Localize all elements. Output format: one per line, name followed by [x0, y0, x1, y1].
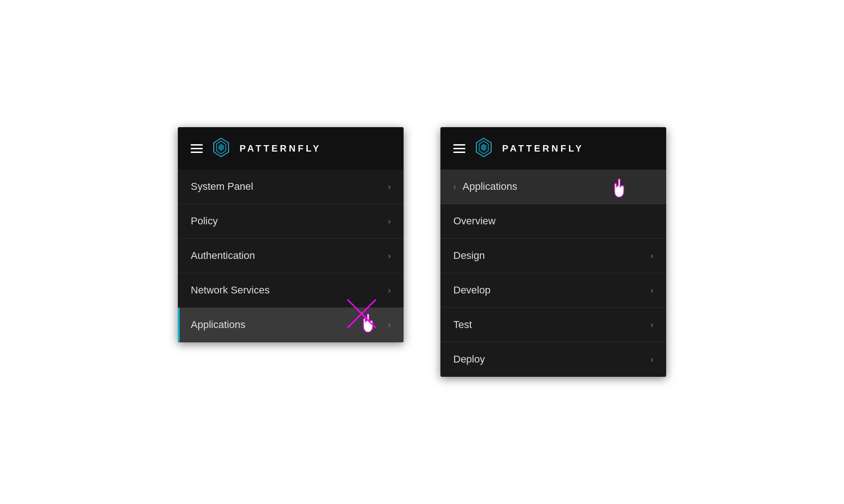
- chevron-right-icon: ›: [651, 355, 653, 364]
- sub-nav-item-design[interactable]: Design ›: [440, 239, 666, 273]
- nav-item-applications-label: Applications: [191, 319, 246, 331]
- sub-nav-item-overview[interactable]: Overview: [440, 204, 666, 239]
- back-label: Applications: [463, 181, 517, 193]
- chevron-right-icon: ›: [651, 286, 653, 295]
- nav-item-system-panel[interactable]: System Panel ›: [178, 170, 404, 204]
- right-hamburger-button[interactable]: [453, 144, 465, 153]
- sub-nav-list: Overview Design › Develop › Test › Deplo…: [440, 204, 666, 377]
- chevron-right-icon: ›: [651, 251, 653, 261]
- right-brand-name: PATTERNFLY: [502, 143, 584, 154]
- sub-nav-test-label: Test: [453, 319, 472, 331]
- nav-item-network-services-label: Network Services: [191, 284, 270, 296]
- sub-nav-item-test[interactable]: Test ›: [440, 308, 666, 342]
- svg-marker-2: [218, 144, 224, 151]
- hamburger-button[interactable]: [191, 144, 203, 153]
- svg-line-5: [348, 314, 362, 328]
- nav-item-network-services[interactable]: Network Services ›: [178, 273, 404, 308]
- left-nav-panel: PATTERNFLY System Panel › Policy › Authe…: [178, 127, 404, 342]
- chevron-right-icon: ›: [388, 320, 391, 330]
- left-header: PATTERNFLY: [178, 127, 404, 170]
- sub-nav-overview-label: Overview: [453, 215, 496, 227]
- chevron-right-icon: ›: [388, 182, 391, 192]
- chevron-left-icon: ‹: [453, 182, 456, 192]
- right-sub-panel: PATTERNFLY ‹ Applications Overview Desig…: [440, 127, 666, 377]
- left-nav-list: System Panel › Policy › Authentication ›…: [178, 170, 404, 342]
- nav-item-authentication[interactable]: Authentication ›: [178, 239, 404, 273]
- sub-nav-deploy-label: Deploy: [453, 353, 485, 365]
- sub-nav-develop-label: Develop: [453, 284, 491, 296]
- nav-item-applications[interactable]: Applications ›: [178, 308, 404, 342]
- nav-item-system-panel-label: System Panel: [191, 181, 253, 193]
- sub-nav-item-develop[interactable]: Develop ›: [440, 273, 666, 308]
- right-header: PATTERNFLY: [440, 127, 666, 170]
- hover-cursor-icon: [613, 179, 629, 198]
- nav-item-policy[interactable]: Policy ›: [178, 204, 404, 239]
- chevron-right-icon: ›: [651, 320, 653, 330]
- chevron-right-icon: ›: [388, 286, 391, 295]
- sub-nav-design-label: Design: [453, 250, 485, 262]
- patternfly-logo: [211, 137, 231, 159]
- chevron-right-icon: ›: [388, 251, 391, 261]
- svg-line-6: [362, 314, 375, 328]
- svg-marker-9: [481, 144, 486, 151]
- click-cursor-icon: [362, 314, 378, 333]
- sub-nav-item-deploy[interactable]: Deploy ›: [440, 342, 666, 377]
- nav-item-policy-label: Policy: [191, 215, 218, 227]
- left-brand-name: PATTERNFLY: [240, 143, 321, 154]
- right-patternfly-logo: [474, 137, 494, 159]
- chevron-right-icon: ›: [388, 217, 391, 226]
- back-button[interactable]: ‹ Applications: [440, 170, 666, 204]
- nav-item-authentication-label: Authentication: [191, 250, 255, 262]
